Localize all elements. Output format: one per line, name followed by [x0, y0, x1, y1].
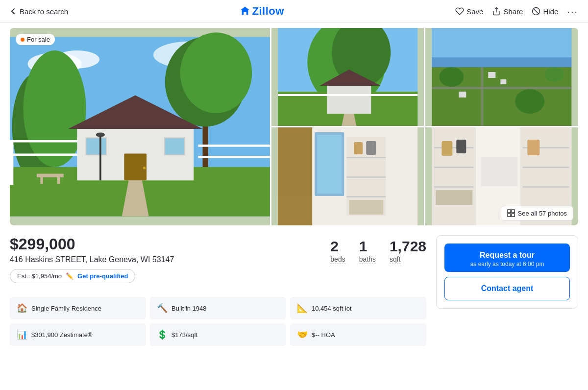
svg-rect-26 [198, 156, 270, 158]
photo-2[interactable] [271, 28, 424, 126]
main-photo-image [10, 28, 270, 225]
badge-dot [21, 38, 24, 42]
contact-agent-button[interactable]: Contact agent [444, 277, 570, 300]
svg-rect-52 [278, 127, 312, 225]
svg-point-44 [440, 67, 464, 87]
svg-rect-82 [512, 214, 514, 217]
main-content: $299,000 416 Haskins STREET, Lake Geneva… [0, 225, 588, 351]
est-payment-label: Est.: $1,954/mo [17, 272, 62, 280]
detail-type: 🏠 Single Family Residence [10, 297, 146, 319]
svg-rect-39 [432, 28, 572, 57]
svg-rect-68 [435, 186, 474, 188]
svg-marker-36 [342, 114, 356, 126]
svg-rect-81 [508, 214, 511, 217]
svg-rect-71 [436, 190, 473, 205]
photo-3[interactable] [425, 28, 578, 126]
share-label: Share [503, 7, 523, 16]
zillow-icon [240, 6, 250, 17]
svg-rect-13 [10, 140, 13, 185]
sqft-stat: 1,728 sqft [390, 238, 426, 264]
hammer-icon: 🔨 [157, 303, 168, 314]
detail-lot: 📐 10,454 sqft lot [290, 297, 426, 319]
detail-hoa: 🤝 $-- HOA [290, 323, 426, 346]
info-left: $299,000 416 Haskins STREET, Lake Geneva… [10, 235, 311, 290]
photo-2-image [271, 28, 424, 126]
heart-icon [455, 7, 464, 16]
svg-rect-43 [481, 67, 484, 126]
photo-grid: For sale [10, 28, 578, 225]
property-stats: 2 beds 1 baths 1,728 sqft [330, 235, 426, 264]
building-icon: 🏠 [17, 303, 27, 314]
svg-rect-18 [124, 153, 147, 180]
property-price: $299,000 [10, 235, 311, 253]
contact-card: Request a tour as early as today at 6:00… [436, 235, 578, 309]
baths-label: baths [359, 255, 376, 264]
property-address: 416 Haskins STREET, Lake Geneva, WI 5314… [10, 255, 311, 264]
chevron-left-icon [10, 8, 17, 15]
hoa-icon: 🤝 [297, 329, 308, 340]
edit-payment-icon[interactable]: ✏️ [66, 272, 74, 280]
sidebar: Request a tour as early as today at 6:00… [436, 235, 578, 346]
svg-rect-25 [198, 145, 270, 147]
svg-rect-55 [346, 157, 386, 158]
baths-value: 1 [359, 238, 376, 255]
photo-4[interactable] [271, 127, 424, 225]
svg-rect-69 [442, 141, 453, 156]
sqft-label: sqft [390, 255, 401, 264]
main-photo[interactable]: For sale [10, 28, 270, 225]
svg-rect-42 [432, 87, 572, 89]
svg-rect-57 [346, 196, 386, 197]
svg-point-11 [180, 32, 252, 113]
detail-lot-label: 10,454 sqft lot [312, 305, 352, 312]
svg-rect-70 [457, 140, 466, 153]
svg-rect-15 [10, 153, 81, 156]
svg-point-46 [545, 67, 564, 82]
svg-rect-65 [432, 127, 476, 225]
detail-zestimate-label: $301,900 Zestimate® [31, 331, 92, 339]
svg-rect-66 [435, 147, 474, 148]
svg-rect-47 [489, 72, 496, 78]
request-tour-button[interactable]: Request a tour as early as today at 6:00… [444, 244, 570, 272]
for-sale-badge: For sale [16, 34, 55, 45]
badge-label: For sale [27, 36, 50, 43]
svg-rect-49 [459, 92, 466, 98]
photo-5[interactable]: See all 57 photos [425, 127, 578, 225]
zillow-logo[interactable]: Zillow [240, 5, 284, 18]
svg-point-45 [515, 89, 545, 114]
svg-rect-77 [528, 140, 540, 155]
request-tour-sub: as early as today at 6:00 pm [449, 261, 565, 268]
grid-icon [507, 209, 515, 217]
back-to-search-button[interactable]: Back to search [10, 7, 68, 16]
hide-button[interactable]: Hide [532, 7, 558, 16]
svg-rect-23 [99, 136, 101, 181]
share-icon [492, 7, 501, 16]
see-all-label: See all 57 photos [518, 210, 567, 217]
header-actions: Save Share Hide ··· [455, 6, 578, 17]
info-stats-row: $299,000 416 Haskins STREET, Lake Geneva… [10, 235, 426, 290]
svg-rect-48 [501, 79, 507, 84]
svg-rect-14 [10, 140, 81, 143]
svg-rect-34 [327, 84, 371, 114]
property-info: $299,000 416 Haskins STREET, Lake Geneva… [10, 235, 426, 346]
svg-point-24 [96, 132, 105, 137]
detail-built: 🔨 Built in 1948 [150, 297, 286, 319]
photo-4-image [271, 127, 424, 225]
svg-rect-80 [512, 210, 514, 213]
details-grid: 🏠 Single Family Residence 🔨 Built in 194… [10, 297, 426, 346]
save-button[interactable]: Save [455, 7, 483, 16]
save-label: Save [466, 7, 483, 16]
svg-point-19 [143, 167, 146, 169]
svg-rect-76 [523, 186, 569, 188]
detail-type-label: Single Family Residence [31, 305, 101, 312]
lot-icon: 📐 [297, 303, 308, 314]
svg-rect-79 [508, 210, 511, 213]
beds-stat: 2 beds [330, 238, 345, 264]
svg-rect-59 [366, 141, 376, 155]
more-options-button[interactable]: ··· [567, 6, 578, 17]
share-button[interactable]: Share [492, 7, 523, 16]
detail-hoa-label: $-- HOA [312, 331, 335, 339]
svg-rect-56 [346, 176, 386, 178]
pre-qualified-button[interactable]: Get pre-qualified [77, 272, 128, 280]
see-all-photos-button[interactable]: See all 57 photos [501, 206, 573, 220]
svg-point-8 [23, 50, 86, 167]
